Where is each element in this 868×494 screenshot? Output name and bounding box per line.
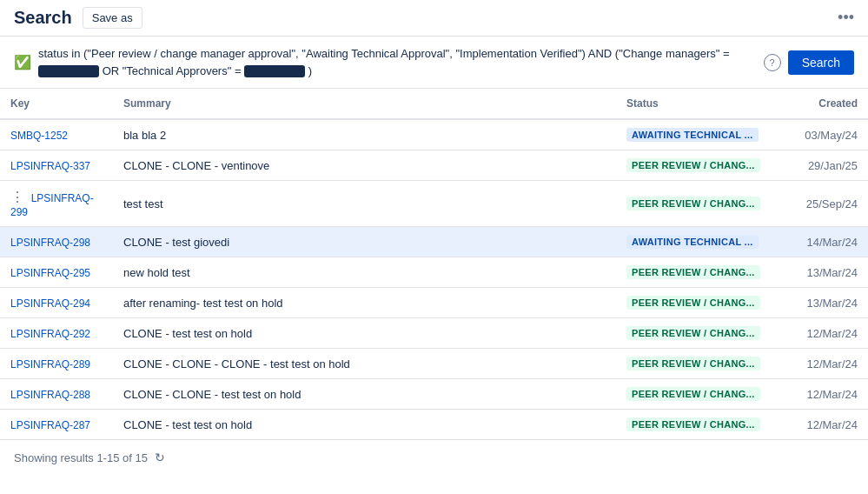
- more-options-icon[interactable]: •••: [838, 9, 854, 27]
- row-created-cell: 14/Mar/24: [772, 227, 868, 257]
- table-row[interactable]: SMBQ-1252 bla bla 2 AWAITING TECHNICAL .…: [0, 119, 868, 150]
- table-row[interactable]: LPSINFRAQ-294 after renaming- test test …: [0, 288, 868, 318]
- row-status-cell: PEER REVIEW / CHANG...: [616, 379, 772, 410]
- row-key-cell: LPSINFRAQ-295: [0, 257, 113, 288]
- help-icon[interactable]: ?: [764, 54, 781, 71]
- row-created-cell: 13/Mar/24: [772, 288, 868, 318]
- col-header-key: Key: [0, 89, 113, 119]
- status-badge: PEER REVIEW / CHANG...: [626, 197, 760, 210]
- row-status-cell: PEER REVIEW / CHANG...: [616, 410, 772, 440]
- col-header-summary: Summary: [113, 89, 616, 119]
- table-row[interactable]: LPSINFRAQ-287 CLONE - test test on hold …: [0, 410, 868, 440]
- row-created-cell: 12/Mar/24: [772, 410, 868, 440]
- status-badge: PEER REVIEW / CHANG...: [626, 417, 760, 431]
- page-title: Search: [14, 8, 72, 28]
- issue-key-link[interactable]: LPSINFRAQ-337: [10, 160, 90, 172]
- redacted-value-1: [38, 65, 99, 77]
- results-table: Key Summary Status Created SMBQ-1252 bla…: [0, 89, 868, 440]
- issue-key-link[interactable]: LPSINFRAQ-288: [10, 389, 90, 401]
- row-summary-cell: new hold test: [113, 257, 616, 288]
- row-created-cell: 13/Mar/24: [772, 257, 868, 288]
- row-created-cell: 12/Mar/24: [772, 379, 868, 410]
- col-header-status: Status: [616, 89, 772, 119]
- filter-text-part3: ): [308, 64, 312, 77]
- row-summary-cell: after renaming- test test on hold: [113, 288, 616, 318]
- col-header-created: Created: [772, 89, 868, 119]
- row-key-cell: LPSINFRAQ-294: [0, 288, 113, 318]
- table-row[interactable]: LPSINFRAQ-288 CLONE - CLONE - test test …: [0, 379, 868, 410]
- filter-text-part2: OR "Technical Approvers" =: [103, 64, 242, 77]
- table-row[interactable]: LPSINFRAQ-289 CLONE - CLONE - CLONE - te…: [0, 349, 868, 379]
- issue-key-link[interactable]: LPSINFRAQ-298: [10, 237, 90, 249]
- filter-text: status in ("Peer review / change manager…: [38, 45, 757, 79]
- row-key-cell: LPSINFRAQ-337: [0, 150, 113, 181]
- table-header-row: Key Summary Status Created: [0, 89, 868, 119]
- row-summary-cell: CLONE - test test on hold: [113, 410, 616, 440]
- row-key-cell: LPSINFRAQ-298: [0, 227, 113, 257]
- row-created-cell: 03/May/24: [772, 119, 868, 150]
- row-status-cell: PEER REVIEW / CHANG...: [616, 318, 772, 349]
- search-button[interactable]: Search: [788, 50, 854, 75]
- row-created-cell: 29/Jan/25: [772, 150, 868, 181]
- row-summary-cell: CLONE - test test on hold: [113, 318, 616, 349]
- row-key-cell: ⋮ LPSINFRAQ-299: [0, 181, 113, 227]
- status-badge: PEER REVIEW / CHANG...: [626, 265, 760, 279]
- filter-text-part1: status in ("Peer review / change manager…: [38, 47, 730, 60]
- status-badge: PEER REVIEW / CHANG...: [626, 326, 760, 340]
- status-badge: PEER REVIEW / CHANG...: [626, 357, 760, 370]
- row-status-cell: PEER REVIEW / CHANG...: [616, 150, 772, 181]
- row-status-cell: AWAITING TECHNICAL ...: [616, 119, 772, 150]
- row-key-cell: LPSINFRAQ-289: [0, 349, 113, 379]
- row-options-icon[interactable]: ⋮: [10, 190, 28, 204]
- row-key-cell: LPSINFRAQ-292: [0, 318, 113, 349]
- row-created-cell: 12/Mar/24: [772, 349, 868, 379]
- status-badge: AWAITING TECHNICAL ...: [626, 235, 759, 249]
- issue-key-link[interactable]: SMBQ-1252: [10, 130, 68, 142]
- status-badge: PEER REVIEW / CHANG...: [626, 296, 760, 310]
- row-summary-cell: CLONE - CLONE - test test on hold: [113, 379, 616, 410]
- row-created-cell: 12/Mar/24: [772, 318, 868, 349]
- refresh-icon[interactable]: ↻: [155, 451, 165, 464]
- row-key-cell: LPSINFRAQ-287: [0, 410, 113, 440]
- issue-key-link[interactable]: LPSINFRAQ-295: [10, 267, 90, 279]
- status-badge: PEER REVIEW / CHANG...: [626, 158, 760, 172]
- status-badge: PEER REVIEW / CHANG...: [626, 387, 760, 401]
- table-row[interactable]: LPSINFRAQ-295 new hold test PEER REVIEW …: [0, 257, 868, 288]
- row-summary-cell: bla bla 2: [113, 119, 616, 150]
- table-row[interactable]: LPSINFRAQ-292 CLONE - test test on hold …: [0, 318, 868, 349]
- save-as-button[interactable]: Save as: [83, 7, 142, 29]
- redacted-value-2: [244, 65, 305, 77]
- row-status-cell: PEER REVIEW / CHANG...: [616, 181, 772, 227]
- row-summary-cell: CLONE - CLONE - ventinove: [113, 150, 616, 181]
- row-key-cell: SMBQ-1252: [0, 119, 113, 150]
- status-check-icon: ✅: [14, 54, 31, 70]
- table-row[interactable]: LPSINFRAQ-298 CLONE - test giovedi AWAIT…: [0, 227, 868, 257]
- showing-results-text: Showing results 1-15 of 15: [14, 451, 148, 464]
- row-status-cell: PEER REVIEW / CHANG...: [616, 349, 772, 379]
- table-row[interactable]: LPSINFRAQ-337 CLONE - CLONE - ventinove …: [0, 150, 868, 181]
- issue-key-link[interactable]: LPSINFRAQ-294: [10, 297, 90, 310]
- issue-key-link[interactable]: LPSINFRAQ-289: [10, 358, 90, 370]
- row-summary-cell: CLONE - test giovedi: [113, 227, 616, 257]
- page-header: Search Save as •••: [0, 0, 868, 37]
- table-row[interactable]: ⋮ LPSINFRAQ-299 test test PEER REVIEW / …: [0, 181, 868, 227]
- row-status-cell: PEER REVIEW / CHANG...: [616, 257, 772, 288]
- row-summary-cell: CLONE - CLONE - CLONE - test test on hol…: [113, 349, 616, 379]
- row-key-cell: LPSINFRAQ-288: [0, 379, 113, 410]
- row-created-cell: 25/Sep/24: [772, 181, 868, 227]
- row-summary-cell: test test: [113, 181, 616, 227]
- status-badge: AWAITING TECHNICAL ...: [626, 128, 759, 142]
- filter-bar: ✅ status in ("Peer review / change manag…: [0, 37, 868, 89]
- row-status-cell: AWAITING TECHNICAL ...: [616, 227, 772, 257]
- issue-key-link[interactable]: LPSINFRAQ-287: [10, 419, 90, 431]
- results-footer: Showing results 1-15 of 15 ↻: [0, 440, 868, 475]
- issue-key-link[interactable]: LPSINFRAQ-292: [10, 328, 90, 340]
- row-status-cell: PEER REVIEW / CHANG...: [616, 288, 772, 318]
